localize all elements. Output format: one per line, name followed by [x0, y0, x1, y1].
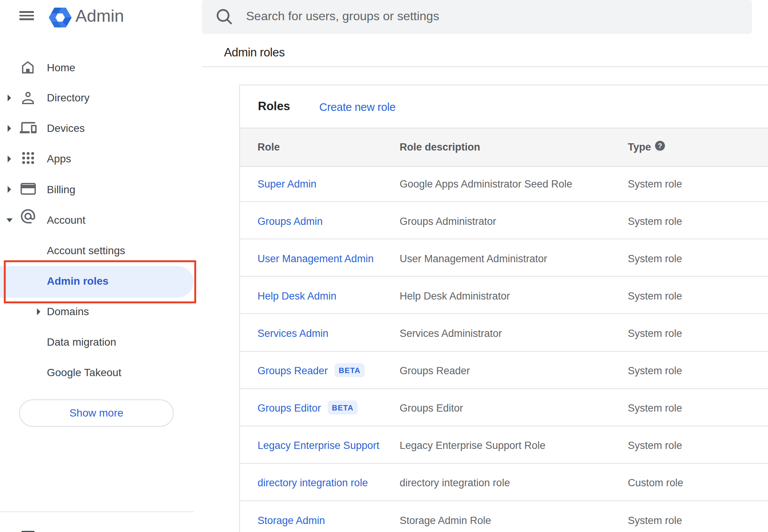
svg-text:?: ? — [658, 142, 662, 150]
